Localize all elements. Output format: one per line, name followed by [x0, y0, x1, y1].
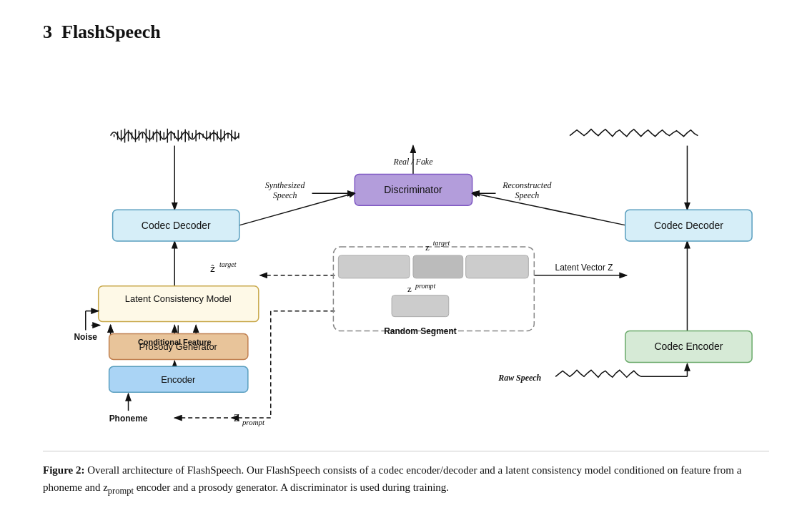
conditional-feature-label: Conditional Feature	[138, 338, 212, 346]
z-hat-target-subscript: target	[219, 260, 237, 268]
codec-encoder-label: Codec Encoder	[654, 341, 723, 352]
noise-label: Noise	[74, 332, 98, 342]
raw-speech-label: Raw Speech	[497, 373, 541, 383]
discriminator-label: Discriminator	[384, 184, 442, 195]
phoneme-label: Phoneme	[109, 414, 148, 424]
synthesized-speech-label: Synthesized	[265, 180, 305, 190]
z-prompt-bottom-label: Z	[234, 413, 240, 424]
synthesized-speech-label2: Speech	[273, 190, 297, 200]
svg-line-1	[239, 192, 356, 225]
waveform-raw-speech	[555, 370, 641, 377]
latent-segment-1	[338, 255, 410, 278]
figure-caption: Figure 2: Overall architecture of FlashS…	[43, 451, 769, 498]
lcm-label: Latent Consistency Model	[125, 293, 232, 304]
diagram-area: Codec Decoder Latent Consistency Model P…	[43, 64, 769, 436]
caption-subscript: prompt	[108, 486, 134, 496]
z-prompt-bottom-subscript: prompt	[242, 418, 265, 426]
caption-text2: encoder and a prosody generator. A discr…	[134, 481, 449, 493]
waveform-synthesized	[111, 129, 239, 143]
z-prompt-inner-label: z	[407, 283, 412, 294]
z-hat-target-label: ẑ	[210, 263, 215, 274]
real-fake-label: Real / Fake	[392, 157, 433, 167]
waveform-reconstructed	[570, 129, 698, 137]
encoder-label: Encoder	[161, 374, 196, 385]
latent-vector-z-label: Latent Vector Z	[555, 263, 613, 273]
section-title: 3 FlashSpeech	[43, 21, 769, 43]
caption-label: Figure 2:	[43, 464, 84, 476]
latent-segment-3	[466, 255, 529, 278]
reconstructed-speech-label2: Speech	[515, 190, 539, 200]
svg-line-18	[470, 192, 627, 225]
codec-decoder-right-label: Codec Decoder	[654, 220, 723, 231]
z-target-label: z	[425, 242, 430, 253]
z-prompt-inner-subscript: prompt	[415, 282, 436, 290]
reconstructed-speech-label: Reconstructed	[502, 180, 551, 190]
section-header: 3 FlashSpeech	[43, 21, 769, 43]
architecture-diagram: Codec Decoder Latent Consistency Model P…	[43, 64, 769, 436]
random-segment-label: Random Segment	[384, 326, 457, 336]
z-target-subscript: target	[433, 239, 450, 247]
latent-segment-2	[413, 255, 463, 278]
latent-segment-prompt	[392, 295, 449, 317]
codec-decoder-left-label: Codec Decoder	[142, 220, 211, 231]
